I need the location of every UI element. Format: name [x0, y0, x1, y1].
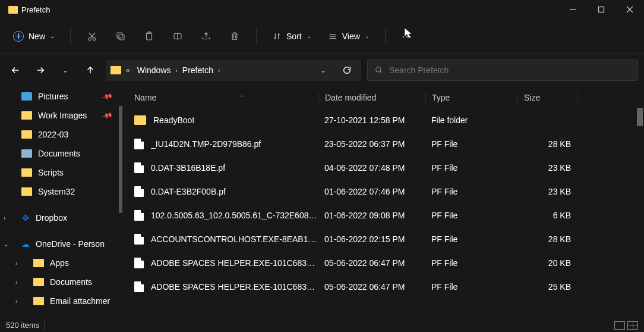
file-type: PF File [425, 139, 517, 149]
svg-point-5 [93, 37, 96, 40]
file-type: File folder [425, 115, 517, 125]
dropbox-icon: ❖ [21, 212, 30, 224]
refresh-button[interactable] [337, 61, 356, 80]
sidebar-item[interactable]: ›Email attachmer [0, 292, 122, 311]
chevron-right-icon[interactable]: › [15, 260, 17, 267]
address-bar[interactable]: « Windows › Prefetch › ⌄ [106, 59, 361, 81]
folder-icon [33, 259, 44, 267]
new-label: New [29, 32, 45, 41]
file-size: 6 KB [517, 211, 577, 220]
titlebar: Prefetch [0, 0, 644, 19]
chevron-right-icon[interactable]: › [15, 279, 17, 286]
chevron-right-icon[interactable]: › [15, 298, 17, 305]
folder-icon [21, 187, 32, 196]
view-button[interactable]: View ⌄ [322, 28, 375, 45]
file-name: ACCOUNTSCONTROLHOST.EXE-8EAB1F0... [151, 234, 318, 244]
file-name: 0.DAT-E3B2F00B.pf [151, 187, 226, 196]
address-dropdown[interactable]: ⌄ [314, 61, 333, 80]
sort-button[interactable]: Sort ⌄ [266, 28, 317, 45]
chevron-down-icon: ⌄ [365, 33, 370, 39]
table-row[interactable]: ACCOUNTSCONTROLHOST.EXE-8EAB1F0...01-06-… [122, 227, 644, 251]
file-size: 23 KB [517, 163, 577, 173]
breadcrumb-segment[interactable]: Windows [135, 64, 173, 76]
sidebar-item[interactable]: Documents [0, 144, 122, 163]
sidebar-item[interactable]: ›Documents [0, 273, 122, 292]
back-button[interactable] [6, 61, 25, 80]
file-size: 25 KB [517, 282, 577, 292]
new-button[interactable]: New ⌄ [7, 27, 61, 45]
scrollbar-thumb[interactable] [637, 108, 643, 126]
table-row[interactable]: _IU14D2N.TMP-2D979B86.pf23-05-2022 06:37… [122, 132, 644, 156]
sidebar-item[interactable]: System32 [0, 182, 122, 201]
navbar: ⌄ « Windows › Prefetch › ⌄ [0, 54, 644, 87]
pin-icon: 📌 [102, 90, 113, 102]
item-count: 520 items [6, 321, 39, 330]
sidebar-item-label: Work Images [38, 111, 87, 120]
table-row[interactable]: 0.DAT-E3B2F00B.pf01-06-2022 07:46 PMPF F… [122, 180, 644, 203]
rename-button[interactable] [166, 24, 190, 48]
file-name: 0.DAT-3B16B18E.pf [151, 163, 225, 173]
column-name[interactable]: Name⌃ [134, 93, 318, 102]
file-type: PF File [425, 258, 517, 268]
folder-icon [134, 115, 146, 125]
sidebar-item[interactable]: ›Apps [0, 253, 122, 273]
svg-line-16 [380, 71, 382, 73]
overflow-chevron-icon[interactable]: « [126, 66, 130, 74]
breadcrumb: Windows › Prefetch › [135, 64, 309, 76]
column-date[interactable]: Date modified [318, 93, 425, 102]
svg-rect-7 [117, 33, 122, 38]
sidebar-item-label: Email attachmer [50, 296, 110, 306]
chevron-right-icon[interactable]: › [4, 215, 5, 221]
sidebar-item-label: Documents [38, 149, 80, 158]
file-date: 27-10-2021 12:58 PM [318, 115, 425, 125]
table-row[interactable]: 102.0.5005.63_102.0.5005.61_C-732E6080..… [122, 203, 644, 227]
sidebar-item[interactable]: Scripts [0, 163, 122, 182]
sort-label: Sort [286, 32, 302, 41]
more-button[interactable]: ⋯ [395, 24, 419, 48]
toolbar: New ⌄ Sort ⌄ View ⌄ ⋯ [0, 19, 644, 54]
sidebar-item[interactable]: ⌄☁OneDrive - Person [0, 234, 122, 253]
table-row[interactable]: ADOBE SPACES HELPER.EXE-101C683B.pf05-06… [122, 275, 644, 299]
table-row[interactable]: 0.DAT-3B16B18E.pf04-06-2022 07:48 PMPF F… [122, 156, 644, 180]
sidebar-item-label: OneDrive - Person [36, 239, 105, 249]
table-row[interactable]: ReadyBoot27-10-2021 12:58 PMFile folder [122, 108, 644, 132]
up-button[interactable] [81, 61, 100, 80]
sidebar: Pictures📌Work Images📌2022-03DocumentsScr… [0, 87, 122, 318]
sidebar-item[interactable]: Pictures📌 [0, 87, 122, 106]
thumbnails-view-icon[interactable] [627, 321, 638, 330]
table-row[interactable]: ADOBE SPACES HELPER.EXE-101C683A.pf05-06… [122, 251, 644, 275]
sidebar-item[interactable]: ›❖Dropbox [0, 208, 122, 227]
recent-button[interactable]: ⌄ [56, 61, 75, 80]
sort-indicator-icon: ⌃ [239, 95, 244, 101]
sidebar-item[interactable]: 2022-03 [0, 125, 122, 144]
folder-icon [111, 66, 121, 74]
maximize-button[interactable] [587, 0, 615, 19]
column-size[interactable]: Size [517, 93, 577, 102]
breadcrumb-segment[interactable]: Prefetch [180, 64, 216, 76]
folder-icon [21, 168, 32, 177]
forward-button[interactable] [31, 61, 50, 80]
copy-button[interactable] [109, 24, 132, 48]
sidebar-item[interactable]: Work Images📌 [0, 106, 122, 125]
column-type[interactable]: Type [425, 93, 517, 102]
close-button[interactable] [615, 0, 644, 19]
folder-icon [33, 278, 44, 286]
file-date: 01-06-2022 02:15 PM [318, 234, 425, 244]
file-icon [134, 258, 144, 268]
chevron-right-icon[interactable]: › [218, 67, 220, 74]
paste-button[interactable] [137, 24, 161, 48]
sidebar-item-label: System32 [38, 187, 75, 196]
chevron-right-icon[interactable]: › [175, 67, 177, 74]
file-type: PF File [425, 187, 517, 196]
chevron-down-icon[interactable]: ⌄ [4, 241, 8, 248]
file-date: 04-06-2022 07:48 PM [318, 163, 425, 173]
share-button[interactable] [194, 24, 218, 48]
delete-button[interactable] [223, 24, 247, 48]
cut-button[interactable] [80, 24, 104, 48]
chevron-down-icon: ⌄ [50, 33, 55, 39]
search-input[interactable] [389, 65, 630, 75]
file-icon [134, 162, 144, 173]
details-view-icon[interactable] [614, 321, 625, 330]
search-box[interactable] [367, 59, 638, 81]
minimize-button[interactable] [558, 0, 587, 19]
